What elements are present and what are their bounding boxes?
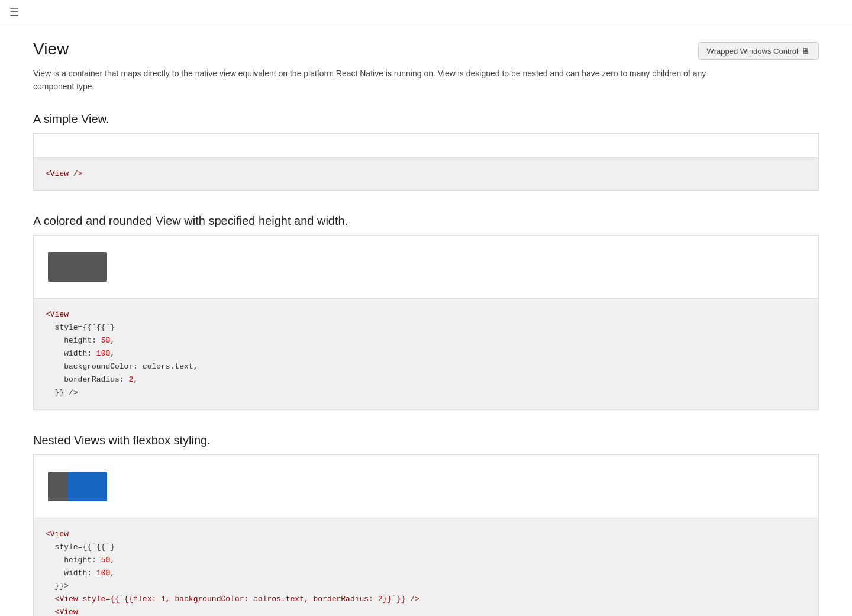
code-tag: <View: [46, 310, 69, 319]
demo-preview-colored: [33, 235, 819, 299]
code-line: }} />: [46, 386, 806, 399]
code-tag: <View />: [46, 169, 82, 178]
nested-view-inner-2: [67, 472, 107, 501]
code-line: width: 100,: [46, 347, 806, 360]
code-num: 50: [101, 336, 111, 345]
code-line: height: 50,: [46, 554, 806, 567]
code-line: height: 50,: [46, 334, 806, 347]
page-title-row: View Wrapped Windows Control 🖥: [33, 40, 819, 60]
page-description: View is a container that maps directly t…: [33, 67, 743, 93]
demo-preview-simple: [33, 133, 819, 158]
code-line: }}>: [46, 580, 806, 593]
section-nested: Nested Views with flexbox styling. <View…: [33, 434, 819, 616]
code-tag: <View: [46, 530, 69, 538]
section-title-nested: Nested Views with flexbox styling.: [33, 434, 819, 447]
code-block-nested: <View style={{`{{`} height: 50, width: 1…: [33, 518, 819, 616]
section-title-colored: A colored and rounded View with specifie…: [33, 214, 819, 228]
code-line: <View />: [46, 167, 806, 180]
code-tag: <View: [55, 608, 78, 616]
section-colored: A colored and rounded View with specifie…: [33, 214, 819, 410]
code-num: 2: [128, 375, 133, 384]
code-line: <View: [46, 308, 806, 321]
header-bar: ☰: [0, 0, 852, 25]
code-line: backgroundColor: colors.text,: [46, 360, 806, 373]
nested-view-inner-1: [48, 472, 67, 501]
code-line: <View style={{`{{flex: 1, backgroundColo…: [46, 593, 806, 606]
code-block-colored: <View style={{`{{`} height: 50, width: 1…: [33, 299, 819, 410]
colored-view-demo: [48, 252, 107, 282]
code-line: <View: [46, 528, 806, 541]
code-num: 100: [96, 569, 110, 578]
hamburger-icon[interactable]: ☰: [9, 6, 19, 19]
monitor-icon: 🖥: [802, 46, 810, 56]
code-line: borderRadius: 2,: [46, 373, 806, 386]
wrapped-windows-label: Wrapped Windows Control: [707, 47, 798, 56]
code-num: 100: [96, 349, 110, 358]
code-line: <View: [46, 606, 806, 616]
code-prop: style={{`{{`}: [46, 323, 115, 332]
code-num: 50: [101, 556, 111, 565]
code-line: width: 100,: [46, 567, 806, 580]
code-block-simple: <View />: [33, 158, 819, 191]
nested-view-outer: [48, 472, 107, 501]
section-title-simple: A simple View.: [33, 112, 819, 126]
main-content: View Wrapped Windows Control 🖥 View is a…: [0, 25, 852, 616]
code-line: style={{`{{`}: [46, 321, 806, 334]
code-line: style={{`{{`}: [46, 541, 806, 554]
section-simple: A simple View. <View />: [33, 112, 819, 191]
code-tag: <View style={{`{{flex: 1, backgroundColo…: [55, 595, 419, 604]
page-title: View: [33, 40, 69, 59]
wrapped-windows-badge[interactable]: Wrapped Windows Control 🖥: [698, 42, 819, 60]
demo-preview-nested: [33, 454, 819, 518]
